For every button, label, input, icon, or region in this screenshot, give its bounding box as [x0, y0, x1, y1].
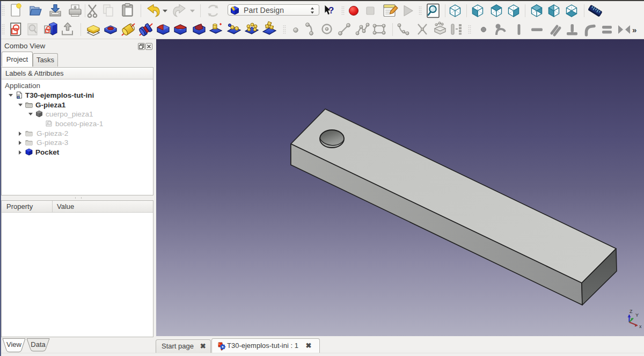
svg-text:Y: Y: [635, 313, 639, 318]
svg-text:x: x: [639, 324, 642, 329]
svg-text:?: ?: [328, 5, 334, 16]
svg-text:»: »: [632, 25, 636, 34]
svg-text:Z: Z: [630, 309, 633, 314]
